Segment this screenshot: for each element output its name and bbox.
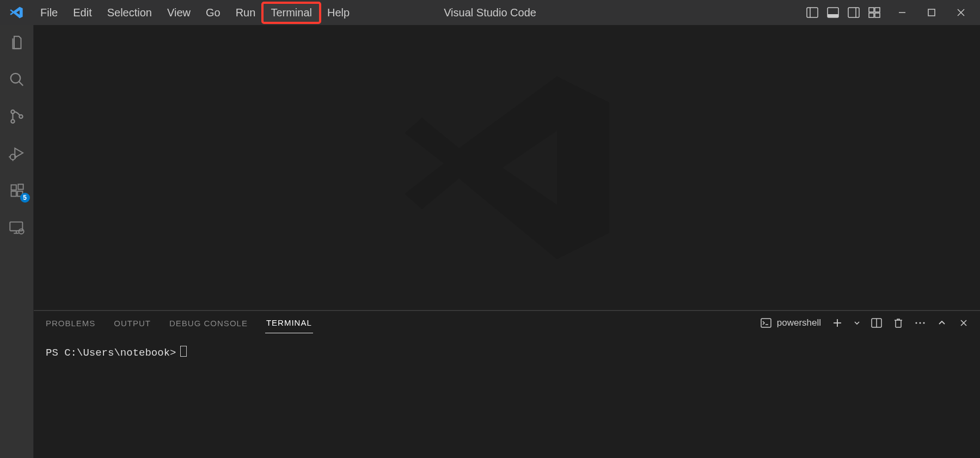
svg-rect-7 (875, 8, 880, 12)
panel-tabs: PROBLEMS OUTPUT DEBUG CONSOLE TERMINAL p… (34, 311, 980, 335)
customize-layout-icon[interactable] (868, 6, 881, 19)
svg-point-16 (11, 110, 14, 113)
svg-rect-11 (928, 9, 935, 16)
svg-point-14 (10, 74, 20, 83)
svg-point-31 (19, 229, 23, 234)
activity-bar: 5 (0, 25, 34, 458)
terminal-cursor (180, 346, 187, 357)
toggle-primary-sidebar-icon[interactable] (806, 6, 819, 19)
svg-rect-8 (869, 13, 874, 17)
minimize-icon[interactable] (897, 8, 907, 17)
svg-rect-3 (828, 14, 838, 17)
layout-controls (806, 6, 881, 19)
toggle-secondary-sidebar-icon[interactable] (847, 6, 860, 19)
panel-tab-problems[interactable]: PROBLEMS (45, 313, 96, 333)
panel-actions: powershell (761, 317, 969, 328)
vscode-logo-icon (0, 5, 33, 20)
activity-extensions-icon[interactable]: 5 (7, 181, 27, 200)
menu-edit[interactable]: Edit (65, 3, 99, 22)
menu-file[interactable]: File (33, 3, 65, 22)
svg-rect-6 (869, 8, 874, 12)
activity-source-control-icon[interactable] (7, 107, 27, 126)
svg-point-40 (923, 322, 924, 323)
panel-tab-output[interactable]: OUTPUT (113, 313, 152, 333)
menu-help[interactable]: Help (320, 3, 357, 22)
maximize-icon[interactable] (927, 8, 936, 17)
svg-point-17 (11, 120, 14, 123)
menu-terminal[interactable]: Terminal (263, 3, 320, 22)
main-area: 5 PROBLEMS OUTPUT DEBUG CONSOLE TERMINAL (0, 25, 980, 458)
editor-area (34, 25, 980, 310)
svg-rect-24 (11, 185, 16, 190)
terminal-profile-selector[interactable]: powershell (761, 317, 821, 328)
split-terminal-icon[interactable] (871, 317, 882, 328)
activity-run-debug-icon[interactable] (7, 144, 27, 163)
app-title: Visual Studio Code (444, 7, 536, 19)
menu-run[interactable]: Run (228, 3, 264, 22)
svg-rect-25 (11, 191, 16, 196)
extensions-badge: 5 (20, 193, 30, 203)
terminal-kind-label: powershell (777, 317, 821, 328)
terminal-launch-profile-chevron-icon[interactable] (854, 317, 860, 328)
activity-remote-explorer-icon[interactable] (7, 218, 27, 237)
panel-tab-debug-console[interactable]: DEBUG CONSOLE (168, 313, 249, 333)
activity-search-icon[interactable] (7, 70, 27, 89)
new-terminal-icon[interactable] (832, 317, 843, 328)
terminal-prompt: PS C:\Users\notebook> (46, 347, 176, 359)
vscode-watermark-icon (398, 59, 616, 277)
svg-line-15 (19, 82, 23, 86)
toggle-panel-icon[interactable] (826, 6, 840, 19)
close-panel-icon[interactable] (958, 317, 969, 328)
terminal-body[interactable]: PS C:\Users\notebook> (34, 335, 980, 458)
editor-content: PROBLEMS OUTPUT DEBUG CONSOLE TERMINAL p… (34, 25, 980, 458)
more-actions-icon[interactable] (915, 317, 926, 328)
activity-explorer-icon[interactable] (7, 33, 27, 52)
svg-marker-19 (15, 148, 23, 157)
svg-rect-9 (875, 13, 880, 17)
bottom-panel: PROBLEMS OUTPUT DEBUG CONSOLE TERMINAL p… (34, 310, 980, 458)
kill-terminal-icon[interactable] (893, 317, 904, 328)
svg-point-18 (19, 115, 22, 118)
menu-bar: File Edit Selection View Go Run Terminal… (33, 3, 357, 22)
svg-rect-32 (761, 319, 771, 327)
close-icon[interactable] (956, 8, 966, 17)
svg-point-39 (919, 322, 921, 323)
menu-view[interactable]: View (160, 3, 198, 22)
window-controls (897, 8, 980, 17)
svg-rect-0 (807, 8, 818, 17)
menu-go[interactable]: Go (198, 3, 228, 22)
svg-rect-27 (18, 184, 23, 189)
menu-selection[interactable]: Selection (100, 3, 160, 22)
title-bar: File Edit Selection View Go Run Terminal… (0, 0, 980, 25)
panel-tab-terminal[interactable]: TERMINAL (265, 313, 313, 333)
svg-point-38 (915, 322, 917, 323)
maximize-panel-icon[interactable] (936, 317, 947, 328)
svg-rect-4 (848, 8, 859, 17)
